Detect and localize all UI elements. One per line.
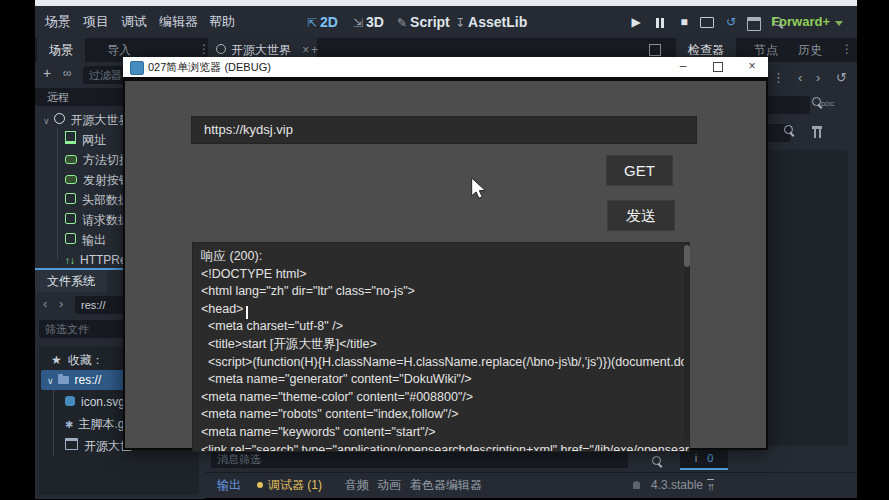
tab-2d[interactable]: ⇱2D: [307, 6, 338, 38]
nav-back-icon[interactable]: ‹: [43, 296, 47, 311]
scene-file-icon: [65, 438, 78, 450]
bottom-panel-bar: 输出 调试器 (1) 音频 动画 着色器编辑器 4.3.stable ↑↑: [205, 472, 857, 498]
movie-maker-icon[interactable]: [745, 14, 763, 30]
favorites-row[interactable]: ★收藏：: [51, 350, 104, 370]
window-titlebar[interactable]: 027简单浏览器 (DEBUG) – ×: [123, 57, 768, 77]
tab-animation[interactable]: 动画: [377, 473, 401, 497]
message-filter-input[interactable]: 消息筛选: [211, 450, 628, 468]
menu-editor[interactable]: 编辑器: [153, 6, 204, 38]
scrollbar[interactable]: [684, 243, 690, 439]
3d-axes-icon: ⇲: [353, 16, 363, 30]
scrollbar-thumb[interactable]: [684, 245, 690, 267]
2d-axes-icon: ⇱: [307, 16, 317, 30]
edit-history-icon[interactable]: ↺: [836, 70, 847, 85]
godot-file-icon: [65, 396, 75, 406]
search-icon[interactable]: [784, 122, 793, 137]
search-icon[interactable]: [652, 451, 661, 469]
info-icon: i: [695, 452, 697, 464]
game-debug-window: 027简单浏览器 (DEBUG) – × https://kydsj.vip G…: [123, 57, 768, 448]
node-icon: [54, 113, 65, 124]
history-back-icon[interactable]: ‹: [798, 70, 802, 85]
warning-dot-icon: [257, 482, 263, 488]
pause-button[interactable]: [651, 14, 669, 30]
tree-node[interactable]: 方法切换: [65, 150, 131, 170]
chevron-down-icon: [835, 21, 843, 26]
object-menu-icon[interactable]: ⋮: [772, 70, 785, 85]
text-caret: [246, 306, 248, 319]
folder-icon: [58, 376, 69, 384]
dock-menu-icon[interactable]: ⋮: [841, 42, 853, 56]
godot-app-icon: [130, 61, 144, 75]
play-button[interactable]: ▶: [627, 14, 645, 30]
tab-audio[interactable]: 音频: [345, 473, 369, 497]
tab-3d[interactable]: ⇲3D: [353, 6, 384, 38]
collapse-caret-icon[interactable]: ∨: [47, 376, 54, 386]
method-get-button[interactable]: GET: [606, 155, 673, 186]
button-icon: [65, 175, 77, 184]
remote-tree-tab[interactable]: 远程: [47, 88, 69, 106]
tab-output[interactable]: 输出: [217, 473, 241, 497]
menu-scene[interactable]: 场景: [39, 6, 77, 38]
browser-app-content: https://kydsj.vip GET 发送 响应 (200): <!DOC…: [123, 77, 768, 450]
text-edit-icon: [65, 233, 76, 244]
nav-forward-icon[interactable]: ›: [59, 296, 63, 311]
tree-node[interactable]: 发射按钮: [65, 170, 131, 190]
menu-project[interactable]: 项目: [77, 6, 115, 38]
remote-debug-icon[interactable]: [698, 14, 716, 30]
file-row[interactable]: 开源大世: [65, 436, 132, 456]
download-icon: ↧: [455, 16, 465, 30]
menu-bar: 场景 项目 调试 编辑器 帮助 ⇱2D ⇲3D ✎Script ↧AssetLi…: [35, 6, 857, 38]
renderer-dropdown[interactable]: Forward+: [771, 6, 843, 38]
close-icon[interactable]: ×: [302, 43, 309, 57]
minimize-button[interactable]: –: [668, 57, 698, 77]
stop-button[interactable]: ■: [675, 14, 693, 30]
response-output[interactable]: 响应 (200): <!DOCTYPE html> <html lang="zh…: [192, 242, 690, 452]
version-label: 4.3.stable: [651, 473, 703, 497]
script-icon: ✎: [397, 16, 407, 30]
tab-script[interactable]: ✎Script: [397, 6, 450, 38]
tree-node[interactable]: 网址: [65, 130, 106, 150]
tab-history[interactable]: 历史: [786, 38, 834, 62]
tree-node[interactable]: 输出: [65, 230, 106, 250]
distraction-free-icon[interactable]: [649, 44, 661, 56]
tab-shader-editor[interactable]: 着色器编辑器: [410, 473, 482, 497]
info-count: 0: [707, 452, 713, 464]
filesystem-tab[interactable]: 文件系统: [35, 270, 107, 292]
collapse-caret-icon[interactable]: ∨: [43, 116, 50, 126]
tree-node[interactable]: 头部数据: [65, 190, 130, 210]
text-edit-icon: [65, 193, 76, 204]
tab-debugger[interactable]: 调试器 (1): [257, 473, 322, 497]
send-button[interactable]: 发送: [607, 200, 675, 231]
node-circle-icon: [216, 44, 226, 54]
expand-bottom-panel-icon[interactable]: ↑↑: [707, 479, 714, 492]
tab-assetlib[interactable]: ↧AssetLib: [455, 6, 527, 38]
reload-icon[interactable]: ↺: [722, 14, 740, 30]
tab-scene-dock[interactable]: 场景: [37, 38, 85, 62]
script-gear-icon: ✱: [65, 419, 73, 430]
open-docs-icon[interactable]: DOC: [812, 94, 834, 109]
tree-node[interactable]: 请求数据: [65, 210, 130, 230]
menu-debug[interactable]: 调试: [115, 6, 153, 38]
mouse-cursor: [470, 178, 488, 200]
tree-node-root[interactable]: ∨开源大世界: [35, 110, 131, 130]
file-row[interactable]: icon.svg: [65, 392, 125, 412]
line-edit-icon: [65, 131, 76, 144]
history-forward-icon[interactable]: ›: [816, 70, 820, 85]
file-row[interactable]: ✱主脚本.g: [65, 414, 124, 434]
http-request-icon: ↑↓: [65, 255, 75, 266]
filter-tune-icon[interactable]: [812, 126, 824, 138]
close-button[interactable]: ×: [737, 57, 767, 77]
notification-bell-icon[interactable]: [633, 481, 640, 489]
window-title: 027简单浏览器 (DEBUG): [148, 57, 271, 77]
tree-node[interactable]: ↑↓HTTPRe: [65, 250, 127, 270]
instance-scene-icon[interactable]: ∞: [63, 66, 72, 80]
star-icon: ★: [51, 353, 62, 367]
option-button-icon: [65, 155, 77, 164]
url-input[interactable]: https://kydsj.vip: [191, 116, 697, 144]
maximize-button[interactable]: [703, 57, 733, 77]
text-edit-icon: [65, 213, 76, 224]
menu-help[interactable]: 帮助: [203, 6, 241, 38]
add-node-button[interactable]: +: [43, 65, 51, 81]
